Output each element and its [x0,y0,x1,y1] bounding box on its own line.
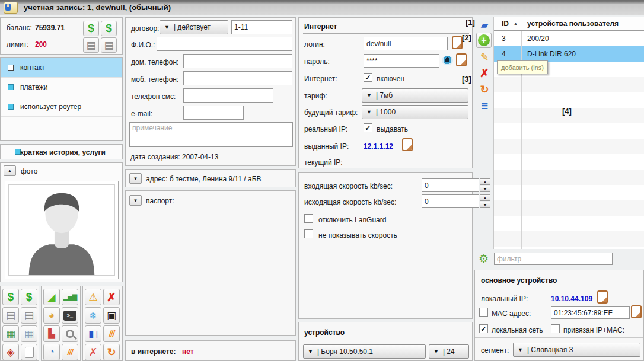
show-password-eye-icon[interactable] [442,56,453,65]
limit-label: лимит: [7,40,29,49]
mobile-phone-input[interactable] [183,71,292,85]
delete-device-icon[interactable]: ✗ [477,66,492,80]
bonus-button[interactable]: ◈ [2,344,19,360]
nav-item-payments[interactable]: платежи [1,78,122,97]
internet-enabled-checkbox[interactable]: ✓ [364,73,372,82]
hardware-money-button[interactable]: ▦ [2,325,19,342]
spin-up-icon[interactable]: ▲ [480,194,490,201]
annotation-4: [4] [562,107,572,116]
device-value: | Боря 10.50.50.1 [317,347,373,356]
photo-collapse-button[interactable]: ▲ [4,165,16,176]
home-phone-input[interactable] [183,54,292,68]
traffic-chart-button[interactable]: ◢ [43,289,60,305]
periodic-payment-button[interactable]: ▦ [21,325,37,342]
add-service-button[interactable]: /// [103,325,120,342]
issued-ip-label: выданный IP: [304,142,349,151]
future-tariff-dropdown[interactable]: ▼ | 1000 [362,105,468,119]
charge-button[interactable]: $ [2,289,19,305]
nav-item-uses-router[interactable]: использует роутер [1,97,122,117]
reload-button[interactable]: ↻ [103,344,120,360]
nav-item-contact[interactable]: контакт [1,58,122,78]
devices-table-header[interactable]: ID ▲ устройства пользователя [494,17,644,31]
mac-input[interactable] [551,306,630,319]
segment-dropdown[interactable]: ▼ | Словацкая 3 [513,343,640,357]
refresh-devices-icon[interactable]: ↻ [477,82,492,97]
add-device-button[interactable]: + [476,33,492,48]
sms-phone-input[interactable] [183,88,273,103]
copy-password-icon[interactable] [456,53,467,66]
sms-phone-label: телефон смс: [131,92,176,101]
blank-document-button[interactable] [21,344,37,360]
filter-input[interactable] [494,253,613,265]
speed-panel: входящая скорость kb/sec: ▲ ▼ исходящая … [298,172,473,319]
passport-expand-button[interactable]: ▼ [129,195,142,206]
warning-button[interactable]: ⚠ [85,289,101,305]
real-ip-checkbox[interactable]: ✓ [364,123,372,132]
main-device-header: основное устройство [481,276,557,285]
chevron-down-icon: ▼ [133,176,138,181]
speed-out-input[interactable] [422,194,479,208]
report-pie-button[interactable]: ◔ [43,344,60,360]
languard-checkbox[interactable] [304,214,313,223]
terminal-button[interactable]: >_ [62,307,78,324]
lan-checkbox[interactable]: ✓ [479,324,488,333]
copy-issued-ip-icon[interactable] [402,138,413,151]
speed-in-stepper[interactable]: ▲ ▼ [480,178,490,192]
note-textarea[interactable] [129,122,293,147]
traffic-pie-button[interactable]: ◕ [43,307,60,324]
tariff-dropdown[interactable]: ▼ | 7мб [362,88,468,103]
cell-name: D-Link DIR 620 [521,50,576,58]
cash-cancel-button[interactable]: ▤ [21,307,37,324]
table-row-selected[interactable]: 4 D-Link DIR 620 [494,46,644,62]
search-button[interactable] [62,325,78,342]
delete-account-button[interactable]: ✗ [103,289,120,305]
copy-local-ip-icon[interactable] [597,290,608,304]
cash-delete-button[interactable]: ▤ [101,37,117,53]
cancel-payment-button[interactable]: $ [101,21,117,36]
contract-number-input[interactable] [231,20,292,34]
created-date-value: 2007-04-13 [182,153,218,161]
table-row[interactable]: 3 200/20 [494,31,644,46]
speed-in-input[interactable] [422,178,479,192]
email-input[interactable] [183,106,244,120]
device-dropdown[interactable]: ▼ | Боря 10.50.50.1 [303,344,426,359]
login-label: логин: [304,40,325,49]
local-ip-link[interactable]: 10.10.44.109 [551,295,592,303]
issued-ip-link[interactable]: 12.1.1.12 [364,142,393,151]
speed-out-stepper[interactable]: ▲ ▼ [480,194,490,208]
copy-mac-icon[interactable] [631,305,642,318]
window-button[interactable]: ▣ [103,307,120,324]
sessions-button[interactable]: /// [62,344,78,360]
port-dropdown[interactable]: ▼ | 24 [429,344,469,359]
password-input[interactable] [364,54,439,68]
screen-button[interactable]: ◧ [85,325,101,342]
mac-checkbox[interactable] [479,308,488,317]
languard-label: отключить LanGuard [318,216,386,224]
filter-settings-gear-icon[interactable]: ⚙ [476,251,491,266]
freeze-button[interactable]: ❄ [85,307,101,324]
stats-button[interactable]: ▂▅▇ [62,289,78,305]
address-expand-button[interactable]: ▼ [129,173,142,184]
spin-down-icon[interactable]: ▼ [480,186,490,192]
col-name-header[interactable]: устройства пользователя [521,20,619,28]
spin-up-icon[interactable]: ▲ [480,178,490,185]
hide-speed-checkbox[interactable] [304,229,313,238]
history-services-panel[interactable]: краткая история, услуги [0,144,123,159]
logbook-icon[interactable]: ▰ [477,18,492,32]
cash-payment-button[interactable]: ▤ [2,307,19,324]
cash-button[interactable]: ▤ [83,37,99,53]
fio-input[interactable] [157,37,292,51]
contract-status-dropdown[interactable]: ▼ | действует [160,20,228,34]
copy-login-icon[interactable] [452,36,463,49]
payments-chart-button[interactable]: ▙ [43,325,60,342]
spin-down-icon[interactable]: ▼ [480,202,490,208]
login-input[interactable] [364,37,448,50]
edit-device-icon[interactable]: ✎ [477,50,492,64]
charge-cancel-button[interactable]: $ [21,289,37,305]
device-log-icon[interactable]: ≣ [477,98,492,113]
created-date-label: дата создания: [130,153,180,161]
magnifier-icon [66,330,74,338]
bind-ip-mac-checkbox[interactable] [551,324,560,333]
add-payment-button[interactable]: $ [83,21,99,36]
cancel-button[interactable]: ✗ [85,344,101,360]
